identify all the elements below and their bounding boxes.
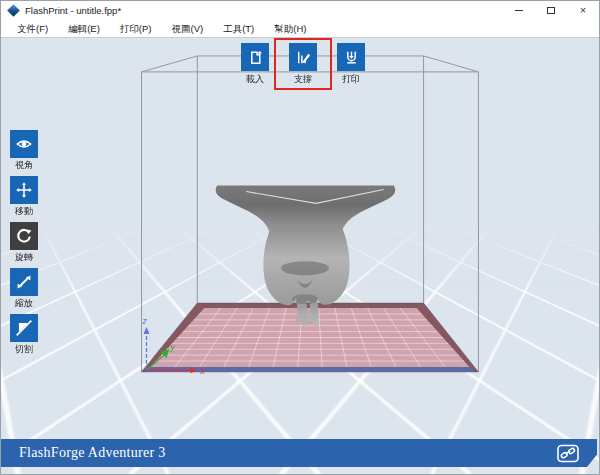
3d-viewport[interactable]: x z y bbox=[1, 38, 599, 474]
support-tool-highlighted: 支撐 bbox=[279, 43, 327, 85]
scale-button[interactable] bbox=[10, 268, 38, 296]
move-tool: 移動 bbox=[9, 176, 39, 217]
cut-blade-icon bbox=[15, 319, 33, 337]
window-title: FlashPrint - untitle.fpp* bbox=[25, 5, 121, 16]
print-tool: 打印 bbox=[327, 43, 375, 85]
load-file-icon bbox=[247, 49, 264, 66]
print-label: 打印 bbox=[342, 74, 360, 85]
app-window: FlashPrint - untitle.fpp* × 文件(F) 編輯(E) … bbox=[0, 0, 600, 475]
rotate-tool-active: 旋轉 bbox=[9, 222, 39, 263]
load-tool: 載入 bbox=[231, 43, 279, 85]
window-controls: × bbox=[503, 1, 599, 20]
rotate-label: 旋轉 bbox=[15, 252, 33, 263]
link-icon bbox=[556, 444, 580, 463]
support-pencil-icon bbox=[295, 49, 312, 66]
printer-name: FlashForge Adventurer 3 bbox=[1, 445, 166, 461]
flashprint-logo-icon bbox=[7, 4, 20, 17]
z-axis-label: z bbox=[142, 316, 148, 326]
menu-print[interactable]: 打印(P) bbox=[110, 20, 162, 38]
cut-button[interactable] bbox=[10, 314, 38, 342]
move-label: 移動 bbox=[15, 206, 33, 217]
status-ribbon: FlashForge Adventurer 3 bbox=[1, 439, 597, 467]
z-axis-arrow bbox=[144, 327, 150, 334]
menu-edit[interactable]: 編輯(E) bbox=[58, 20, 110, 38]
side-toolbar: 視角 移動 bbox=[9, 130, 39, 360]
build-scene: x z y bbox=[1, 38, 599, 474]
cut-label: 切割 bbox=[15, 344, 33, 355]
load-button[interactable] bbox=[241, 43, 269, 71]
minimize-icon bbox=[515, 10, 523, 11]
title-bar: FlashPrint - untitle.fpp* × bbox=[1, 1, 599, 20]
maximize-button[interactable] bbox=[535, 1, 567, 20]
main-toolbar: 載入 支撐 bbox=[231, 43, 375, 85]
scale-arrow-icon bbox=[15, 273, 33, 291]
y-axis-label: y bbox=[169, 342, 175, 352]
menu-bar: 文件(F) 編輯(E) 打印(P) 視圖(V) 工具(T) 幫助(H) bbox=[1, 20, 599, 38]
menu-help[interactable]: 幫助(H) bbox=[264, 20, 316, 38]
move-arrows-icon bbox=[15, 181, 33, 199]
x-axis-label: x bbox=[199, 366, 205, 376]
connect-machine-button[interactable] bbox=[555, 443, 581, 463]
minimize-button[interactable] bbox=[503, 1, 535, 20]
view-tool: 視角 bbox=[9, 130, 39, 171]
view-button[interactable] bbox=[10, 130, 38, 158]
maximize-icon bbox=[547, 7, 555, 14]
close-button[interactable]: × bbox=[567, 1, 599, 20]
rotate-button[interactable] bbox=[10, 222, 38, 250]
rotate-arrow-icon bbox=[15, 227, 33, 245]
scale-label: 縮放 bbox=[15, 298, 33, 309]
close-icon: × bbox=[580, 5, 586, 16]
scale-tool: 縮放 bbox=[9, 268, 39, 309]
move-button[interactable] bbox=[10, 176, 38, 204]
menu-view[interactable]: 視圖(V) bbox=[161, 20, 213, 38]
print-button[interactable] bbox=[337, 43, 365, 71]
menu-tools[interactable]: 工具(T) bbox=[213, 20, 264, 38]
support-label: 支撐 bbox=[294, 74, 312, 85]
print-icon bbox=[343, 49, 360, 66]
support-button[interactable] bbox=[289, 43, 317, 71]
view-label: 視角 bbox=[15, 160, 33, 171]
model-chin-highlight bbox=[295, 309, 315, 325]
eye-icon bbox=[15, 135, 33, 153]
cut-tool: 切割 bbox=[9, 314, 39, 355]
load-label: 載入 bbox=[246, 74, 264, 85]
menu-file[interactable]: 文件(F) bbox=[7, 20, 58, 38]
